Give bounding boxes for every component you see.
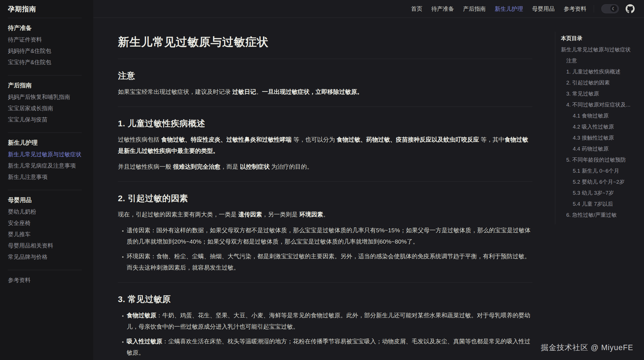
text: ：牛奶、鸡蛋、花生、坚果、大豆、小麦、海鲜等是常见的食物过敏原。此外，部分新生儿…	[127, 312, 530, 330]
bold-text: 食物过敏、特应性皮炎、过敏性鼻炎和过敏性哮喘	[161, 136, 292, 143]
toc-item[interactable]: 4. 不同过敏原对应症状及...	[561, 99, 640, 110]
sidebar-group-title: 产后指南	[8, 82, 82, 89]
watermark: 掘金技术社区 @ MiyueFE	[541, 342, 633, 353]
sidebar-group: 母婴用品婴幼儿奶粉安全座椅婴儿推车母婴用品相关资料常见品牌与价格	[8, 190, 82, 270]
bold-text: 以控制症状	[240, 163, 270, 170]
bold-text: 过敏日记	[232, 88, 256, 95]
nav-link[interactable]: 新生儿护理	[495, 5, 523, 13]
sidebar-item[interactable]: 母婴用品相关资料	[8, 240, 82, 251]
text: ，另一类则是	[262, 211, 299, 218]
nav-link[interactable]: 首页	[411, 5, 422, 13]
sidebar-item[interactable]: 婴儿推车	[8, 229, 82, 240]
toc-item[interactable]: 3. 常见过敏原	[561, 88, 640, 99]
text: ，而是	[221, 163, 240, 170]
doc-sections: 注意如果宝宝经常出现过敏症状，建议及时记录 过敏日记。一旦出现过敏症状，立即移除…	[118, 59, 532, 360]
sidebar-item[interactable]: 宝宝待产&住院包	[8, 57, 82, 68]
nav-link[interactable]: 参考资料	[564, 5, 586, 13]
text: 环境因素：食物、粉尘、尘螨、抽烟、大气污染，都是刺激宝宝过敏的主要因素。另外，适…	[127, 253, 530, 271]
bold-text: 食物过敏、药物过敏、疫苗接种反应以及蚊虫叮咬反应	[337, 136, 479, 143]
toc-item[interactable]: 5.4 儿童 7岁以后	[561, 198, 640, 209]
text: 并且过敏性疾病一般	[118, 163, 173, 170]
doc-section: 2. 引起过敏的因素现在，引起过敏的因素主要有两大类，一类是 遗传因素，另一类则…	[118, 181, 532, 273]
toc-item[interactable]: 4.3 接触性过敏原	[561, 132, 640, 143]
toc: 本页目录 新生儿常见过敏原与过敏症状注意1. 儿童过敏性疾病概述2. 引起过敏的…	[555, 32, 640, 224]
sidebar-group-title: 新生儿护理	[8, 139, 82, 146]
bold-text: 很难达到完全治愈	[173, 163, 221, 170]
nav-link[interactable]: 母婴用品	[532, 5, 555, 13]
site-title: 孕期指南	[8, 5, 36, 14]
nav-link[interactable]: 待产准备	[431, 5, 454, 13]
bold-text: 食物过敏原	[127, 312, 156, 318]
toc-item[interactable]: 5. 不同年龄段的过敏预防	[561, 154, 640, 165]
github-link[interactable]	[626, 4, 635, 13]
toc-item[interactable]: 4.4 药物过敏原	[561, 143, 640, 154]
sidebar-item[interactable]: 宝宝居家成长指南	[8, 103, 82, 114]
paragraph: 并且过敏性疾病一般 很难达到完全治愈，而是 以控制症状 为治疗的目的。	[118, 161, 532, 172]
bullet-list: 食物过敏原：牛奶、鸡蛋、花生、坚果、大豆、小麦、海鲜等是常见的食物过敏原。此外，…	[118, 310, 532, 360]
theme-toggle[interactable]: ☾	[601, 4, 619, 13]
text: 。	[323, 211, 329, 218]
list-item: 食物过敏原：牛奶、鸡蛋、花生、坚果、大豆、小麦、海鲜等是常见的食物过敏原。此外，…	[127, 310, 532, 332]
toc-items: 新生儿常见过敏原与过敏症状注意1. 儿童过敏性疾病概述2. 引起过敏的因素3. …	[561, 44, 640, 220]
bold-text: 遗传因素	[238, 211, 262, 218]
moon-icon: ☾	[610, 5, 617, 12]
toc-item[interactable]: 6. 急性过敏/严重过敏	[561, 209, 640, 220]
sidebar-header: 孕期指南	[8, 0, 82, 18]
sidebar-group: 新生儿护理新生儿常见过敏原与过敏症状新生儿常见病症及注意事项新生儿注意事项	[8, 133, 82, 190]
toc-item[interactable]: 2. 引起过敏的因素	[561, 77, 640, 88]
sidebar-group-title: 待产准备	[8, 24, 82, 32]
list-item: 遗传因素：国外有这样的数据，如果父母双方都不是过敏体质，那么宝宝是过敏体质的几率…	[127, 225, 532, 247]
text: 过敏性疾病包括	[118, 136, 161, 143]
paragraph: 过敏性疾病包括 食物过敏、特应性皮炎、过敏性鼻炎和过敏性哮喘 等，也可以分为 食…	[118, 134, 532, 157]
doc-content: 新生儿常见过敏原与过敏症状 注意如果宝宝经常出现过敏症状，建议及时记录 过敏日记…	[118, 18, 532, 360]
sidebar-group: 参考资料	[8, 270, 82, 291]
nav-link[interactable]: 产后指南	[463, 5, 486, 13]
text: 等，其中	[479, 136, 505, 143]
toc-title: 本页目录	[561, 34, 640, 42]
bold-text: 环境因素	[299, 211, 323, 218]
sidebar-item[interactable]: 新生儿常见过敏原与过敏症状	[8, 149, 82, 160]
text: 现在，引起过敏的因素主要有两大类，一类是	[118, 211, 238, 218]
toc-item[interactable]: 4.2 吸入性过敏原	[561, 121, 640, 132]
list-item: 环境因素：食物、粉尘、尘螨、抽烟、大气污染，都是刺激宝宝过敏的主要因素。另外，适…	[127, 251, 532, 273]
github-icon	[626, 4, 635, 13]
sidebar-item[interactable]: 妈妈待产&住院包	[8, 45, 82, 57]
nav-divider	[594, 5, 594, 12]
bold-text: 一旦出现过敏症状，立即移除过敏原。	[262, 88, 363, 95]
toc-item[interactable]: 新生儿常见过敏原与过敏症状	[561, 44, 640, 55]
sidebar-item[interactable]: 新生儿注意事项	[8, 171, 82, 183]
sidebar-item[interactable]: 妈妈产后恢复和哺乳指南	[8, 91, 82, 103]
sidebar-item[interactable]: 婴幼儿奶粉	[8, 206, 82, 217]
paragraph: 现在，引起过敏的因素主要有两大类，一类是 遗传因素，另一类则是 环境因素。	[118, 209, 532, 220]
sidebar-group-title: 母婴用品	[8, 196, 82, 204]
sidebar-group: 产后指南妈妈产后恢复和哺乳指南宝宝居家成长指南宝宝儿保与疫苗	[8, 75, 82, 133]
sidebar-group: 待产准备待产证件资料妈妈待产&住院包宝宝待产&住院包	[8, 18, 82, 75]
sidebar-item[interactable]: 宝宝儿保与疫苗	[8, 114, 82, 125]
toc-item[interactable]: 5.3 幼儿 3岁~7岁	[561, 187, 640, 198]
toc-item[interactable]: 1. 儿童过敏性疾病概述	[561, 66, 640, 77]
sidebar: 孕期指南 待产准备待产证件资料妈妈待产&住院包宝宝待产&住院包产后指南妈妈产后恢…	[0, 0, 93, 360]
toc-item[interactable]: 5.1 新生儿 0~6个月	[561, 165, 640, 176]
paragraph: 如果宝宝经常出现过敏症状，建议及时记录 过敏日记。一旦出现过敏症状，立即移除过敏…	[118, 86, 532, 97]
outline-aside: 本页目录 新生儿常见过敏原与过敏症状注意1. 儿童过敏性疾病概述2. 引起过敏的…	[555, 32, 640, 224]
text: ：尘螨喜欢生活在床垫、枕头等温暖潮湿的地方；花粉在传播季节容易被宝宝吸入；动物皮…	[127, 338, 530, 356]
sidebar-item[interactable]: 待产证件资料	[8, 34, 82, 45]
page: 孕期指南 待产准备待产证件资料妈妈待产&住院包宝宝待产&住院包产后指南妈妈产后恢…	[0, 0, 644, 360]
nav-links: 首页待产准备产后指南新生儿护理母婴用品参考资料	[411, 5, 586, 13]
sidebar-groups: 待产准备待产证件资料妈妈待产&住院包宝宝待产&住院包产后指南妈妈产后恢复和哺乳指…	[8, 18, 82, 291]
bold-text: 吸入性过敏原	[127, 338, 162, 344]
section-heading: 1. 儿童过敏性疾病概述	[118, 118, 532, 129]
section-heading: 2. 引起过敏的因素	[118, 192, 532, 204]
list-item: 吸入性过敏原：尘螨喜欢生活在床垫、枕头等温暖潮湿的地方；花粉在传播季节容易被宝宝…	[127, 336, 532, 358]
text: 。	[256, 88, 262, 95]
text: 等，也可以分为	[292, 136, 337, 143]
sidebar-item[interactable]: 安全座椅	[8, 217, 82, 229]
sidebar-item[interactable]: 常见品牌与价格	[8, 251, 82, 263]
sidebar-group-title[interactable]: 参考资料	[8, 276, 82, 284]
toc-item[interactable]: 4.1 食物过敏原	[561, 110, 640, 121]
doc-section: 注意如果宝宝经常出现过敏症状，建议及时记录 过敏日记。一旦出现过敏症状，立即移除…	[118, 59, 532, 97]
sidebar-item[interactable]: 新生儿常见病症及注意事项	[8, 160, 82, 171]
toc-item[interactable]: 注意	[561, 55, 640, 66]
page-title: 新生儿常见过敏原与过敏症状	[118, 34, 532, 50]
toc-item[interactable]: 5.2 婴幼儿 6个月~2岁	[561, 176, 640, 187]
